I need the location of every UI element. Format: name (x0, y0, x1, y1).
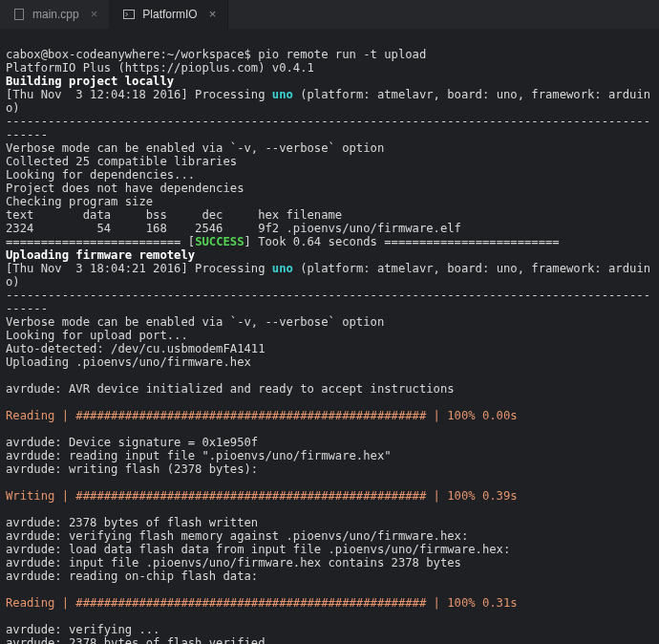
terminal-line: avrdude: 2378 bytes of flash written (6, 516, 258, 529)
terminal-line: Uploading .pioenvs/uno/firmware.hex (6, 355, 251, 369)
terminal-line: avrdude: Device signature = 0x1e950f (6, 436, 258, 449)
terminal-line: avrdude: input file .pioenvs/uno/firmwar… (6, 556, 461, 569)
terminal-line: Project does not have dependencies (6, 182, 244, 195)
progress-read: Reading | ##############################… (6, 596, 518, 610)
terminal-line: text data bss dec hex filename (6, 208, 342, 222)
terminal-line: Verbose mode can be enabled via `-v, --v… (6, 141, 384, 155)
terminal-line: avrdude: load data flash data from input… (6, 543, 510, 556)
tab-platformio[interactable]: PlatformIO × (110, 0, 228, 29)
progress-read: Reading | ##############################… (6, 409, 518, 422)
cpp-file-icon (13, 9, 25, 20)
section-header: Building project locally (6, 75, 174, 88)
terminal-line: Auto-detected: /dev/cu.usbmodemFA1411 (6, 342, 266, 355)
terminal-line: PlatformIO Plus (https://pioplus.com) v0… (6, 61, 314, 75)
terminal-icon (123, 9, 135, 20)
terminal-line: avrdude: reading on-chip flash data: (6, 569, 258, 583)
tab-main-cpp[interactable]: main.cpp × (0, 0, 110, 29)
terminal-line: avrdude: 2378 bytes of flash verified (6, 636, 266, 644)
terminal-line: 2324 54 168 2546 9f2 .pioenvs/uno/firmwa… (6, 222, 461, 235)
terminal-output: cabox@box-codeanywhere:~/workspace$ pio … (0, 29, 659, 644)
divider: ----------------------------------------… (6, 115, 650, 141)
terminal-line: Checking program size (6, 195, 153, 208)
svg-rect-0 (15, 10, 24, 20)
terminal-line: ========================= [SUCCESS] Took… (6, 235, 560, 248)
terminal-line: avrdude: verifying ... (6, 623, 159, 636)
terminal-line: Looking for upload port... (6, 329, 188, 342)
board-name: uno (272, 262, 293, 275)
terminal-line: Verbose mode can be enabled via `-v, --v… (6, 315, 384, 329)
terminal-line: avrdude: AVR device initialized and read… (6, 382, 455, 396)
close-icon[interactable]: × (87, 8, 102, 21)
terminal-line: Looking for dependencies... (6, 168, 195, 182)
terminal-line: Collected 25 compatible libraries (6, 155, 237, 168)
tab-label: PlatformIO (142, 8, 197, 21)
terminal-line: cabox@box-codeanywhere:~/workspace$ pio … (6, 48, 426, 61)
terminal-line: [Thu Nov 3 18:04:21 2016] Processing uno… (6, 262, 650, 289)
close-icon[interactable]: × (205, 8, 221, 21)
terminal-line: avrdude: reading input file ".pioenvs/un… (6, 449, 392, 462)
board-name: uno (272, 88, 293, 101)
terminal-line: avrdude: writing flash (2378 bytes): (6, 462, 258, 476)
section-header: Uploading firmware remotely (6, 248, 195, 262)
terminal-line: avrdude: verifying flash memory against … (6, 529, 468, 543)
tab-label: main.cpp (32, 8, 79, 21)
divider: ----------------------------------------… (6, 289, 650, 315)
tab-bar: main.cpp × PlatformIO × (0, 0, 659, 29)
svg-rect-1 (124, 11, 135, 19)
terminal-line: [Thu Nov 3 12:04:18 2016] Processing uno… (6, 88, 650, 115)
progress-write: Writing | ##############################… (6, 489, 518, 503)
status-success: SUCCESS (195, 235, 244, 248)
